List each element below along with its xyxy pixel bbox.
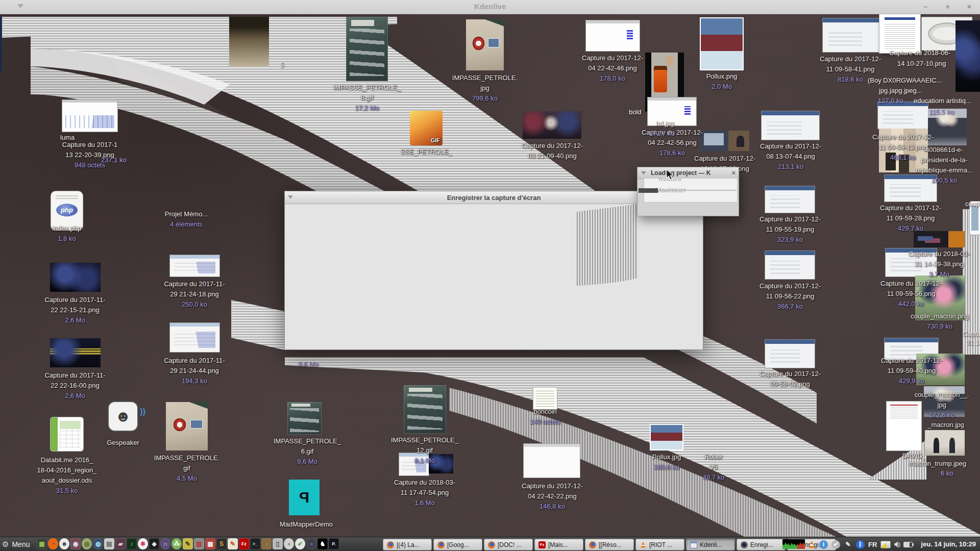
gespeaker-label[interactable]: Gespeaker — [77, 438, 169, 448]
launcher-show-desktop-icon[interactable]: ▦ — [37, 538, 47, 549]
menu-button[interactable]: ⚙ Menu — [2, 537, 30, 551]
taskbar-window-kdenli-[interactable]: Kdenli... — [686, 539, 735, 550]
impasse-petrole-gif-label[interactable]: IMPASSE_PETROLE.gif4,5 Mo — [141, 453, 233, 484]
impasse-petrole-jpg-thumbnail[interactable] — [466, 19, 504, 70]
madmapper-demo-label[interactable]: MadMapperDemo — [260, 519, 352, 530]
impasse-petrole-12-gif-thumbnail[interactable] — [404, 385, 446, 434]
capture-2017-13-22-20-39-label[interactable]: Capture du 2017-113 22-20-39.png948 octe… — [44, 140, 136, 170]
gif-sse-petrole-thumbnail[interactable]: GIF — [410, 111, 443, 145]
battery-icon[interactable] — [903, 542, 913, 547]
index-php-label[interactable]: index.php1,8 ko — [21, 223, 113, 244]
launcher-stylus-pen-icon[interactable]: ✎ — [183, 538, 193, 549]
launcher-headphones-icon[interactable]: ∩ — [160, 538, 170, 549]
capture-2017-11-22-22-16-00-thumbnail[interactable] — [50, 338, 101, 367]
display-warning-icon[interactable] — [880, 541, 891, 548]
capture-2017-12-11-09-56-22-label[interactable]: Capture du 2017-12-11 09-56-22.png366,7 … — [744, 281, 836, 312]
kdenlive-titlebar[interactable]: Kdenlive – + × — [0, 0, 980, 14]
capture-2017-12-04-22-42-46-label[interactable]: Capture du 2017-12-04 22-42-46.png178,0 … — [567, 53, 658, 84]
capture-2017-12-04-22-42-46-thumbnail[interactable] — [586, 20, 640, 51]
launcher-p-mixer-icon[interactable]: P. — [329, 538, 339, 549]
capture-2017-11-22-22-15-21-label[interactable]: Capture du 2017-11-22 22-15-21.png2,6 Mo — [29, 295, 121, 325]
capture-2017-12-11-09-55-19-thumbnail[interactable] — [765, 186, 815, 213]
bluetooth-icon[interactable]: ᛒ — [856, 540, 865, 549]
pollux-png-label[interactable]: Pollux.png2,0 Mo — [676, 71, 768, 92]
boncoin-label[interactable]: boncoin149 octets — [499, 407, 591, 427]
david-fragment-label[interactable]: DAVID_ — [868, 451, 960, 461]
launcher-filezilla-icon[interactable]: Fz — [239, 538, 249, 549]
capture-2017-12-11-09-59-28-label[interactable]: Capture du 2017-12-11 09-59-28.png429,7 … — [865, 203, 957, 234]
capture-2017-12-11-09-59-13-thumbnail[interactable] — [878, 102, 928, 129]
loading-project-titlebar[interactable]: Loading project — K × — [638, 167, 739, 179]
capture-2017-12-11-09-55-19-label[interactable]: Capture du 2017-12-11 09-55-19.png323,9 … — [744, 214, 836, 245]
capture-2017-11-29-21-24-18-label[interactable]: Capture du 2017-11-29 21-24-18.png250,0 … — [149, 279, 240, 310]
launcher-notes-icon[interactable]: ✎ — [228, 538, 238, 549]
taskbar-window--mais-[interactable]: Fz[Mais... — [534, 539, 583, 550]
check-circle-icon[interactable]: ✔ — [831, 540, 840, 549]
launcher-package-installer-icon[interactable]: ↓ — [261, 538, 272, 549]
pollux-png-thumbnail[interactable] — [701, 18, 743, 69]
launcher-dark-sphere-icon[interactable]: ● — [306, 538, 316, 549]
capture-2017-12-11-09-56-22-thumbnail[interactable] — [765, 251, 815, 279]
launcher-firefox-icon[interactable]: ◔ — [48, 538, 58, 549]
launcher-gespeaker-icon[interactable]: ☻ — [59, 538, 69, 549]
taskbar-window--riot-[interactable]: [RIOT ... — [635, 539, 684, 550]
volume-icon[interactable]: )) — [894, 541, 900, 547]
doc-how-britain-thumbnail[interactable] — [879, 14, 920, 53]
capture-2017-12-11-09-59-56-label[interactable]: Capture du 2017-12-11 09-59-56.png442,0 … — [865, 279, 957, 309]
launcher-film-strip-icon[interactable]: ▰ — [115, 538, 126, 549]
launcher-chip-icon[interactable]: ▥ — [194, 538, 204, 549]
capture-2017-12-09-58-02-thumbnail[interactable] — [765, 340, 815, 368]
impasse-petrole-6-gif-thumbnail[interactable] — [287, 402, 322, 435]
e-macron-jpg-label[interactable]: _macron.jpg — [900, 420, 980, 430]
close-button[interactable]: × — [964, 2, 975, 12]
capture-2017-12-04-22-42-22-thumbnail[interactable] — [524, 444, 580, 478]
gespeaker-thumbnail[interactable]: ☻ — [109, 402, 137, 431]
capture-2017-12-08-13-07-44-label[interactable]: Capture du 2017-12-08 13-07-44.png213,1 … — [745, 141, 837, 172]
capture-2017-12-09-58-02-label[interactable]: Capture du 2017-12-09-58-02.png — [744, 369, 836, 389]
capture-2017-11-29-21-24-44-label[interactable]: Capture du 2017-11-29 21-24-44.png194,3 … — [149, 356, 240, 386]
window-menu-triangle-icon[interactable] — [288, 195, 293, 199]
capture-2017-12-11-09-58-41-thumbnail[interactable] — [823, 18, 879, 52]
taskbar-window--goog-[interactable]: [Goog... — [433, 539, 482, 550]
minimize-button[interactable]: – — [920, 2, 931, 12]
launcher-clock-check-icon[interactable]: ✔ — [295, 538, 305, 549]
taskbar-clock[interactable]: jeu. 14 juin, 10:29 — [921, 537, 976, 551]
capture-2017-11-29-21-24-18-thumbnail[interactable] — [170, 255, 219, 277]
launcher-white-horse-icon[interactable]: ♞ — [317, 538, 328, 549]
capture-2017-12-03-21-09-40-thumbnail[interactable] — [523, 111, 581, 139]
close-icon[interactable]: × — [731, 169, 736, 177]
launcher-archive-drive-icon[interactable]: ▤ — [104, 538, 114, 549]
capture-2017-12-03-21-09-40-label[interactable]: Capture du 2017-12-03 21-09-40.png — [506, 141, 598, 161]
launcher-camera-eye-icon[interactable]: ◉ — [70, 538, 81, 549]
launcher-sublime-text-icon[interactable]: S — [216, 538, 227, 549]
launcher-terminal-icon[interactable]: >_ — [250, 538, 260, 549]
menu-item-reduce[interactable]: Réduire — [644, 179, 737, 182]
pollux-jpg-thumbnail[interactable] — [651, 425, 682, 449]
capture-2017-11-22-22-16-00-label[interactable]: Capture du 2017-11-22 22-16-00.png2,6 Mo — [29, 370, 121, 401]
launcher-gray-sphere-icon[interactable]: ● — [284, 538, 294, 549]
impasse-petrole-8-gif-thumbnail[interactable] — [346, 17, 388, 81]
projet-memoire-folder-label[interactable]: Projet Mémo...4 éléments — [140, 209, 232, 230]
capture-2018-03-31-14-39-38-label[interactable]: Capture du 2018-03-31 14-39-38.png3,7 Mo — [893, 249, 980, 280]
taskbar-window--r-so-[interactable]: [[Réso... — [585, 539, 634, 550]
impasse-petrole-gif-thumbnail[interactable] — [166, 402, 208, 450]
launcher-globe-icon[interactable]: ◍ — [93, 538, 103, 549]
capture-2018-03-11-17-47-54-label[interactable]: Capture du 2018-03-11 17-47-54.png1,6 Mo — [379, 478, 471, 508]
impasse-petrole-8-gif-label[interactable]: IMPASSE_PETROLE_8.gif17,2 Mo — [321, 83, 413, 113]
photo-unlabeled-top-thumbnail[interactable] — [229, 17, 269, 67]
launcher-music-note-icon[interactable]: ♪ — [127, 538, 137, 549]
president-republique-jpg-label[interactable]: 4008661d-e-president-de-la-republique-em… — [898, 145, 980, 186]
gif-sse-petrole-label[interactable]: SSE_PETROLE_ — [380, 147, 472, 157]
impasse-petrole-6-gif-label[interactable]: IMPASSE_PETROLE_6.gif9,6 Mo — [261, 436, 353, 467]
photo-right-edge-thumbnail[interactable] — [955, 20, 980, 92]
impasse-petrole-12-gif-label[interactable]: IMPASSE_PETROLE_12.gif8,1 Mo — [379, 435, 471, 466]
launcher-photos-pinwheel-icon[interactable]: ✱ — [138, 538, 148, 549]
launcher-archive-box-icon[interactable]: ▯ — [273, 538, 283, 549]
boncoin-thumbnail[interactable] — [533, 388, 557, 409]
launcher-calculator-icon[interactable]: ▦ — [205, 538, 215, 549]
paintbrush-icon[interactable]: ✎ — [844, 540, 852, 549]
cpu-load-graph[interactable] — [782, 539, 805, 549]
capture-2017-12-04-22-42-22-label[interactable]: Capture du 2017-12-04 22-42-22.png146,8 … — [506, 481, 598, 512]
update-shield-icon[interactable]: i — [819, 540, 828, 549]
vlc-cone-icon[interactable] — [808, 541, 816, 548]
